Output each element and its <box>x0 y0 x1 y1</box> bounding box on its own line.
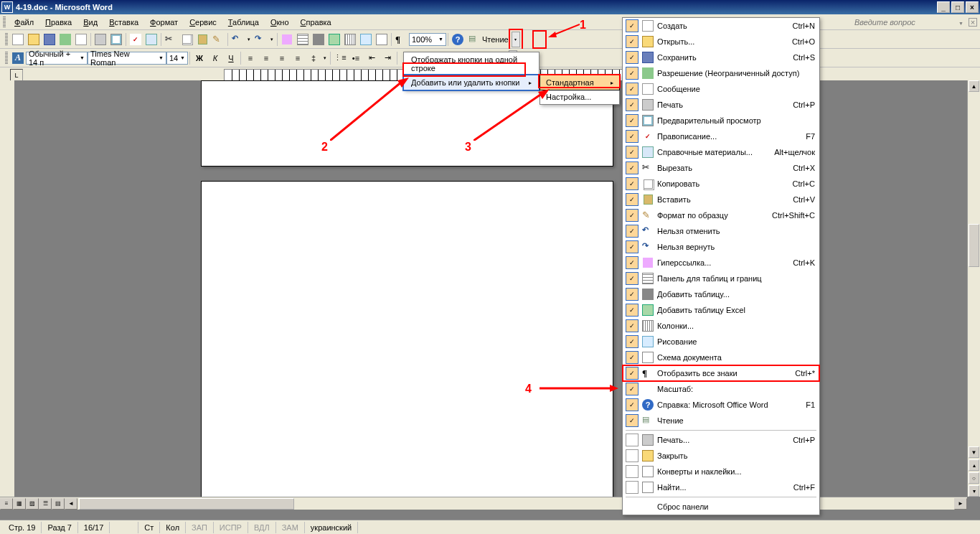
command-вырезать[interactable]: ✓✂ВырезатьCtrl+X <box>623 160 819 176</box>
save-button[interactable] <box>42 32 57 47</box>
open-button[interactable] <box>26 32 42 47</box>
scroll-down-button[interactable]: ▼ <box>969 446 979 458</box>
checkbox[interactable]: ✓ <box>626 35 639 48</box>
status-trk[interactable]: ИСПР <box>214 522 248 533</box>
command-закрыть[interactable]: Закрыть <box>623 448 819 464</box>
hyperlink-button[interactable] <box>279 32 295 47</box>
reading-layout-button[interactable]: ▤Чтение <box>466 34 512 45</box>
insert-excel-button[interactable] <box>326 32 342 47</box>
justify-button[interactable]: ≡ <box>290 50 306 66</box>
redo-button[interactable]: ↷ <box>253 32 268 47</box>
checkbox[interactable] <box>626 481 639 494</box>
spelling-button[interactable]: ✓ <box>128 32 143 47</box>
align-center-button[interactable]: ≡ <box>258 50 274 66</box>
customize-item[interactable]: Настройка... <box>540 90 619 104</box>
checkbox[interactable]: ✓ <box>626 351 639 364</box>
checkbox[interactable]: ✓ <box>626 67 639 80</box>
command-схема-документа[interactable]: ✓Схема документа <box>623 350 819 365</box>
checkbox[interactable] <box>626 465 639 478</box>
command-конверты-и-наклейки-[interactable]: Конверты и наклейки... <box>623 464 819 479</box>
command-нельзя-отменить[interactable]: ✓↶Нельзя отменить <box>623 223 819 239</box>
hscroll-thumb[interactable] <box>79 498 294 510</box>
command-справочные-материалы-[interactable]: ✓Справочные материалы...Alt+щелчок <box>623 144 819 160</box>
ask-a-question[interactable]: ▼ × <box>854 18 977 27</box>
checkbox[interactable]: ✓ <box>626 335 639 348</box>
standard-toolbar-item[interactable]: Стандартная▸ <box>540 75 620 90</box>
align-right-button[interactable]: ≡ <box>274 50 290 66</box>
tables-borders-button[interactable] <box>295 32 311 47</box>
grip-icon[interactable] <box>5 52 8 65</box>
chevron-down-icon[interactable]: ▼ <box>957 21 963 26</box>
checkbox[interactable]: ✓ <box>626 19 639 32</box>
cut-button[interactable]: ✂ <box>163 32 179 47</box>
line-spacing-button[interactable]: ‡ <box>306 50 321 66</box>
menu-окно[interactable]: Окно <box>265 17 295 28</box>
status-language[interactable]: украинский <box>305 522 358 533</box>
font-combo[interactable]: Times New Roman▼ <box>88 52 166 65</box>
maximize-button[interactable]: □ <box>951 1 964 13</box>
command-печать[interactable]: ✓ПечатьCtrl+P <box>623 97 819 113</box>
command-масштаб-[interactable]: ✓Масштаб: <box>623 381 819 397</box>
checkbox[interactable]: ✓ <box>626 319 639 332</box>
menu-сервис[interactable]: Сервис <box>184 17 222 28</box>
checkbox[interactable] <box>626 434 639 446</box>
numbering-button[interactable]: ⋮≡ <box>332 50 348 66</box>
command-панель-для-таблиц-и-границ[interactable]: ✓Панель для таблиц и границ <box>623 271 819 286</box>
format-painter-button[interactable]: ✎ <box>210 32 226 47</box>
next-page-button[interactable]: ▾ <box>969 485 979 497</box>
command-добавить-таблицу-[interactable]: ✓Добавить таблицу... <box>623 286 819 302</box>
styles-button[interactable]: A <box>10 50 26 66</box>
command-чтение[interactable]: ✓▤Чтение <box>623 413 819 428</box>
increase-indent-button[interactable]: ⇥ <box>380 50 395 66</box>
new-button[interactable] <box>10 32 26 47</box>
close-help-icon[interactable]: × <box>969 18 977 27</box>
command-печать-[interactable]: Печать...Ctrl+P <box>623 432 819 448</box>
scroll-up-button[interactable]: ▲ <box>969 80 979 92</box>
checkbox[interactable] <box>626 449 639 462</box>
normal-view-button[interactable]: ≡ <box>0 498 13 510</box>
checkbox[interactable]: ✓ <box>626 193 639 206</box>
checkbox[interactable]: ✓ <box>626 272 639 285</box>
menu-файл[interactable]: Файл <box>9 17 39 28</box>
style-combo[interactable]: Обычный + 14 п▼ <box>26 52 88 65</box>
command-рисование[interactable]: ✓Рисование <box>623 334 819 350</box>
copy-button[interactable] <box>179 32 194 47</box>
menu-формат[interactable]: Формат <box>144 17 184 28</box>
command-правописание-[interactable]: ✓✓Правописание...F7 <box>623 128 819 144</box>
checkbox[interactable]: ✓ <box>626 256 639 269</box>
paste-button[interactable] <box>194 32 210 47</box>
command-формат-по-образцу[interactable]: ✓✎Формат по образцуCtrl+Shift+C <box>623 207 819 223</box>
show-all-button[interactable]: ¶ <box>393 32 409 47</box>
menu-таблица[interactable]: Таблица <box>222 17 265 28</box>
show-buttons-one-line[interactable]: Отображать кнопки на одной строке <box>404 52 539 75</box>
checkbox[interactable]: ✓ <box>626 130 639 143</box>
ask-input[interactable] <box>854 18 955 27</box>
status-rec[interactable]: ЗАП <box>186 522 214 533</box>
status-ext[interactable]: ВДЛ <box>248 522 276 533</box>
checkbox[interactable]: ✓ <box>626 98 639 111</box>
command-копировать[interactable]: ✓КопироватьCtrl+C <box>623 176 819 192</box>
checkbox[interactable]: ✓ <box>626 83 639 95</box>
mail-button[interactable] <box>73 32 89 47</box>
command-вставить[interactable]: ✓ВставитьCtrl+V <box>623 192 819 207</box>
horizontal-scrollbar[interactable]: ≡ ▦ ▨ ☰ ▤ ◄ ► <box>0 497 967 510</box>
command-колонки-[interactable]: ✓Колонки... <box>623 318 819 334</box>
align-left-button[interactable]: ≡ <box>242 50 258 66</box>
checkbox[interactable]: ✓ <box>626 367 639 380</box>
undo-dropdown[interactable]: ▾ <box>245 32 253 47</box>
help-button[interactable]: ? <box>450 32 466 47</box>
menu-правка[interactable]: Правка <box>39 17 77 28</box>
command-гиперссылка-[interactable]: ✓Гиперссылка...Ctrl+K <box>623 255 819 271</box>
checkbox[interactable]: ✓ <box>626 288 639 301</box>
scroll-left-button[interactable]: ◄ <box>65 498 77 510</box>
toolbar-overflow-button[interactable]: ▾ <box>512 32 520 47</box>
menu-справка[interactable]: Справка <box>295 17 337 28</box>
scroll-thumb[interactable] <box>969 224 979 267</box>
command-нельзя-вернуть[interactable]: ✓↷Нельзя вернуть <box>623 239 819 255</box>
grip-icon[interactable] <box>5 33 8 46</box>
columns-button[interactable] <box>342 32 358 47</box>
checkbox[interactable]: ✓ <box>626 114 639 127</box>
command-открыть-[interactable]: ✓Открыть...Ctrl+O <box>623 34 819 50</box>
scroll-right-button[interactable]: ► <box>954 498 967 510</box>
checkbox[interactable]: ✓ <box>626 414 639 427</box>
